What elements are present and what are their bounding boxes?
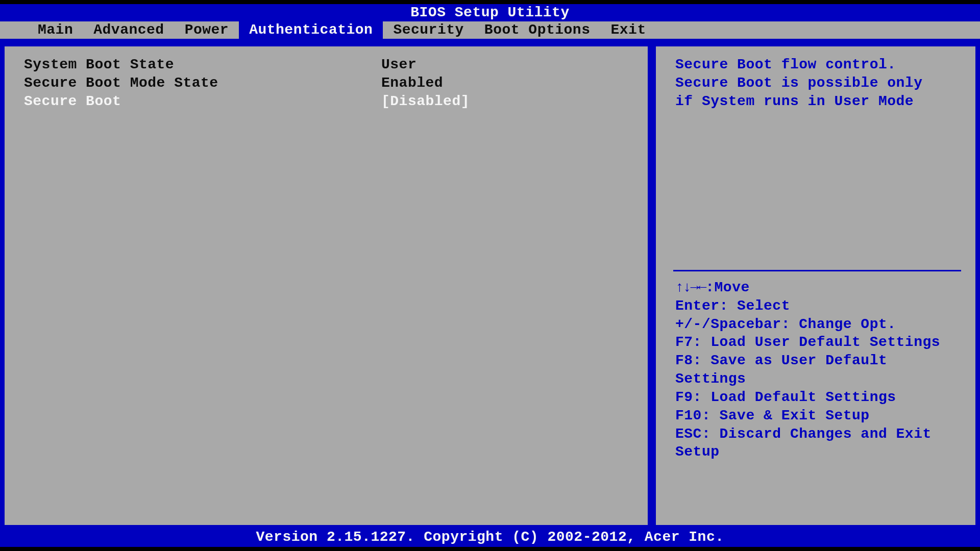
setting-label: Secure Boot Mode State — [24, 74, 381, 92]
setting-value: User — [381, 56, 416, 74]
tab-exit[interactable]: Exit — [600, 21, 656, 39]
version-text: Version 2.15.1227. Copyright (C) 2002-20… — [256, 528, 724, 546]
version-footer: Version 2.15.1227. Copyright (C) 2002-20… — [0, 528, 980, 547]
tab-boot-options[interactable]: Boot Options — [474, 21, 601, 39]
key-help-line: F10: Save & Exit Setup — [675, 407, 959, 425]
setting-secure-boot-mode-state[interactable]: Secure Boot Mode State Enabled — [24, 74, 631, 92]
setting-secure-boot[interactable]: Secure Boot [Disabled] — [24, 92, 631, 111]
tab-advanced[interactable]: Advanced — [83, 21, 174, 39]
setting-system-boot-state[interactable]: System Boot State User — [24, 56, 631, 74]
help-panel: Secure Boot flow control. Secure Boot is… — [654, 45, 977, 527]
content-area: System Boot State User Secure Boot Mode … — [3, 45, 977, 527]
key-help-line: F8: Save as User Default Settings — [675, 352, 959, 388]
key-help-line: F7: Load User Default Settings — [675, 333, 959, 352]
key-help-line: Enter: Select — [675, 297, 959, 315]
setting-label: Secure Boot — [24, 92, 381, 111]
key-help-move: ↑↓→←:Move — [675, 279, 959, 297]
menu-tabs: Main Advanced Power Authentication Secur… — [0, 21, 980, 39]
key-help-line: +/-/Spacebar: Change Opt. — [675, 315, 959, 334]
tab-main[interactable]: Main — [28, 21, 83, 39]
key-help-move-label: :Move — [705, 280, 750, 295]
context-help: Secure Boot flow control. Secure Boot is… — [675, 56, 959, 270]
app-title: BIOS Setup Utility — [410, 4, 569, 22]
key-help: ↑↓→←:Move Enter: Select +/-/Spacebar: Ch… — [675, 279, 959, 461]
tab-authentication[interactable]: Authentication — [239, 21, 383, 39]
setting-label: System Boot State — [24, 56, 381, 74]
arrow-keys-icon: ↑↓→← — [675, 279, 705, 297]
key-help-line: ESC: Discard Changes and Exit Setup — [675, 425, 959, 462]
settings-panel: System Boot State User Secure Boot Mode … — [3, 45, 649, 527]
help-divider — [673, 270, 961, 271]
setting-value: Enabled — [381, 74, 443, 92]
setting-value[interactable]: [Disabled] — [381, 92, 470, 111]
title-bar: BIOS Setup Utility — [0, 4, 980, 21]
key-help-line: F9: Load Default Settings — [675, 388, 959, 407]
tab-security[interactable]: Security — [383, 21, 474, 39]
bios-screen: BIOS Setup Utility Main Advanced Power A… — [0, 4, 980, 547]
help-line: Secure Boot flow control. — [675, 56, 959, 74]
help-line: Secure Boot is possible only — [675, 74, 959, 92]
help-line: if System runs in User Mode — [675, 92, 959, 111]
tab-power[interactable]: Power — [175, 21, 239, 39]
